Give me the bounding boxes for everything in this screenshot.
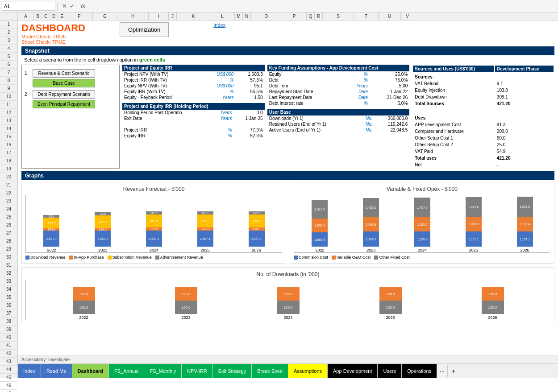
su-total-sources: Total Sources 421.20 xyxy=(413,101,554,107)
row-11[interactable]: 11 xyxy=(0,101,17,109)
row-18[interactable]: 18 xyxy=(0,157,17,165)
scenario-row-1-value: Base Case xyxy=(25,79,117,87)
col-header-U[interactable]: U xyxy=(379,12,401,20)
row-46[interactable]: 46 xyxy=(0,382,17,390)
row-26[interactable]: 26 xyxy=(0,221,17,229)
scenario-2-value[interactable]: Even Principal Repayment xyxy=(33,100,95,108)
tab-fsmonthly[interactable]: FS_Monthly xyxy=(144,364,182,378)
col-header-Q[interactable]: Q xyxy=(307,12,315,20)
col-header-B[interactable]: B xyxy=(34,12,42,20)
tab-fsannual[interactable]: FS_Annual xyxy=(109,364,144,378)
row-9[interactable]: 9 xyxy=(0,85,17,93)
row-29[interactable]: 29 xyxy=(0,245,17,253)
row-35[interactable]: 35 xyxy=(0,293,17,301)
row-22[interactable]: 22 xyxy=(0,189,17,197)
row-42[interactable]: 42 xyxy=(0,350,17,358)
tab-operations[interactable]: Operations xyxy=(402,364,437,378)
row-31[interactable]: 31 xyxy=(0,261,17,269)
row-8[interactable]: 8 xyxy=(0,77,17,85)
tab-add-icon[interactable]: ＋ xyxy=(447,365,459,377)
row-30[interactable]: 30 xyxy=(0,253,17,261)
row-43[interactable]: 43 xyxy=(0,358,17,366)
row-36[interactable]: 36 xyxy=(0,301,17,309)
tab-users[interactable]: Users xyxy=(378,364,402,378)
col-header-S[interactable]: S xyxy=(323,12,354,20)
row-12[interactable]: 12 xyxy=(0,109,17,117)
col-header-D[interactable]: D xyxy=(50,12,58,20)
row-16[interactable]: 16 xyxy=(0,141,17,149)
col-header-P[interactable]: P xyxy=(282,12,307,20)
scenario-2-num: 2 xyxy=(25,92,31,97)
row-27[interactable]: 27 xyxy=(0,229,17,237)
col-header-I[interactable]: I xyxy=(149,12,169,20)
formula-input[interactable] xyxy=(89,4,556,9)
row-5[interactable]: 5 xyxy=(0,53,17,61)
row-25[interactable]: 25 xyxy=(0,213,17,221)
tab-readme[interactable]: Read Me xyxy=(41,364,72,378)
row-13[interactable]: 13 xyxy=(0,117,17,125)
col-header-H[interactable]: H xyxy=(117,12,149,20)
col-header-E[interactable]: E xyxy=(58,12,66,20)
tab-break-even[interactable]: Break Even xyxy=(252,364,288,378)
row-3[interactable]: 3 xyxy=(0,37,17,45)
row-19[interactable]: 19 xyxy=(0,165,17,173)
row-15[interactable]: 15 xyxy=(0,133,17,141)
row-14[interactable]: 14 xyxy=(0,125,17,133)
fx-label: fx xyxy=(79,3,87,9)
tab-app-development[interactable]: App Development xyxy=(328,364,378,378)
row-38[interactable]: 38 xyxy=(0,318,17,326)
row-32[interactable]: 32 xyxy=(0,269,17,277)
tab-dashboard[interactable]: Dashboard xyxy=(72,364,109,378)
tab-assumptions[interactable]: Assumptions xyxy=(288,364,328,378)
row-4[interactable]: 4 xyxy=(0,45,17,53)
row-33[interactable]: 33 xyxy=(0,277,17,285)
col-header-G[interactable]: G xyxy=(93,12,117,20)
row-21[interactable]: 21 xyxy=(0,181,17,189)
scenario-2-button[interactable]: Debt Repayment Scenario xyxy=(33,90,95,99)
col-header-A[interactable]: A xyxy=(18,12,34,20)
row-45[interactable]: 45 xyxy=(0,374,17,382)
row-7[interactable]: 7 xyxy=(0,69,17,77)
row-47[interactable]: 47 xyxy=(0,390,17,392)
row-24[interactable]: 24 xyxy=(0,205,17,213)
row-2[interactable]: 2 xyxy=(0,29,17,37)
col-header-T[interactable]: T xyxy=(354,12,379,20)
col-header-L[interactable]: L xyxy=(210,12,235,20)
row-6[interactable]: 6 xyxy=(0,61,17,69)
pirr-val-1: 57.3% xyxy=(235,77,264,83)
tab-npvirr[interactable]: NPV-IRR xyxy=(182,364,213,378)
kf-unit-4: Date xyxy=(345,95,370,100)
row-23[interactable]: 23 xyxy=(0,197,17,205)
cancel-icon[interactable]: ✕ xyxy=(62,3,67,9)
tab-more-icon[interactable]: ··· xyxy=(437,366,447,376)
col-header-N[interactable]: N xyxy=(243,12,251,20)
col-header-R[interactable]: R xyxy=(315,12,323,20)
row-28[interactable]: 28 xyxy=(0,237,17,245)
row-10[interactable]: 10 xyxy=(0,93,17,101)
confirm-icon[interactable]: ✓ xyxy=(70,3,75,9)
row-34[interactable]: 34 xyxy=(0,285,17,293)
kf-val-3: 1-Jan-22 xyxy=(370,89,409,95)
scenario-1-value[interactable]: Base Case xyxy=(33,79,95,87)
row-44[interactable]: 44 xyxy=(0,366,17,374)
col-header-J[interactable]: J xyxy=(169,12,177,20)
row-41[interactable]: 41 xyxy=(0,342,17,350)
col-header-O[interactable]: O xyxy=(251,12,282,20)
cell-reference[interactable] xyxy=(2,2,55,11)
index-link[interactable]: Index xyxy=(213,22,225,28)
row-37[interactable]: 37 xyxy=(0,309,17,318)
scenario-1-button[interactable]: Revenue & Cost Scenario xyxy=(33,69,95,78)
col-header-V[interactable]: V xyxy=(401,12,414,20)
row-39[interactable]: 39 xyxy=(0,326,17,334)
row-40[interactable]: 40 xyxy=(0,334,17,342)
tab-exit-strategy[interactable]: Exit Strategy xyxy=(213,364,252,378)
tab-index[interactable]: Index xyxy=(18,364,41,378)
row-20[interactable]: 20 xyxy=(0,173,17,181)
row-1[interactable]: 1 xyxy=(0,21,17,29)
col-header-M[interactable]: M xyxy=(235,12,243,20)
col-header-C[interactable]: C xyxy=(42,12,50,20)
col-header-F[interactable]: F xyxy=(66,12,93,20)
optimization-button[interactable]: Optimization xyxy=(120,22,169,37)
col-header-K[interactable]: K xyxy=(177,12,210,20)
row-17[interactable]: 17 xyxy=(0,149,17,157)
